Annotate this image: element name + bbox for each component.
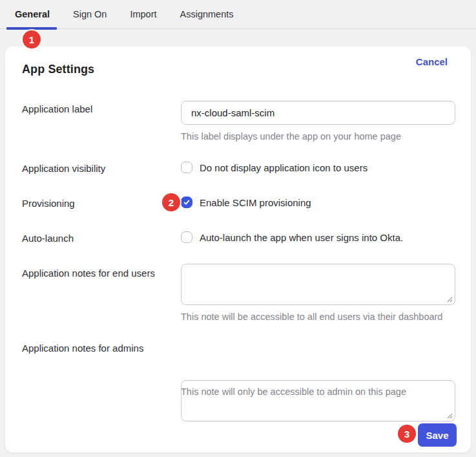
application-label-helper-text: This label displays under the app on you… [181, 131, 401, 142]
cancel-button[interactable]: Cancel [416, 56, 448, 67]
auto-launch-checkbox-row[interactable]: Auto-launch the app when user signs into… [181, 231, 403, 243]
notes-end-users-textarea[interactable] [181, 264, 455, 305]
save-button[interactable]: Save [418, 423, 457, 447]
step-2-badge: 2 [162, 193, 180, 211]
provisioning-checkbox-label: Enable SCIM provisioning [200, 197, 311, 208]
notes-end-users-field-label: Application notes for end users [22, 268, 155, 279]
auto-launch-checkbox-label: Auto-launch the app when user signs into… [200, 232, 403, 243]
notes-end-users-helper-text: This note will be accessible to all end … [181, 312, 442, 322]
app-settings-card: App Settings Cancel Application label Th… [5, 47, 471, 452]
page-title: App Settings [22, 63, 94, 76]
application-label-field-wrap [181, 101, 455, 125]
step-1-badge: 1 [23, 30, 41, 48]
auto-launch-checkbox[interactable] [181, 231, 192, 243]
tab-general[interactable]: General [15, 0, 50, 28]
tab-import[interactable]: Import [130, 0, 156, 28]
tab-bar: General Sign On Import Assignments [0, 0, 476, 29]
application-visibility-checkbox-row[interactable]: Do not display application icon to users [181, 162, 367, 173]
provisioning-checkbox-row[interactable]: Enable SCIM provisioning [181, 197, 311, 208]
notes-end-users-field-wrap [181, 264, 455, 305]
tab-sign-on[interactable]: Sign On [73, 0, 107, 28]
check-icon [183, 198, 191, 206]
auto-launch-field-label: Auto-launch [22, 233, 74, 244]
notes-admins-helper-text: This note will only be accessible to adm… [181, 387, 406, 397]
application-visibility-checkbox-label: Do not display application icon to users [200, 162, 367, 173]
application-visibility-checkbox[interactable] [181, 162, 192, 173]
provisioning-field-label: Provisioning [22, 198, 75, 209]
notes-admins-field-label: Application notes for admins [22, 343, 143, 354]
application-visibility-field-label: Application visibility [22, 163, 105, 174]
application-label-field-label: Application label [22, 103, 92, 114]
step-3-badge: 3 [398, 425, 416, 443]
tab-assignments[interactable]: Assignments [180, 0, 234, 28]
application-label-input[interactable] [181, 101, 455, 125]
provisioning-checkbox[interactable] [181, 197, 192, 208]
